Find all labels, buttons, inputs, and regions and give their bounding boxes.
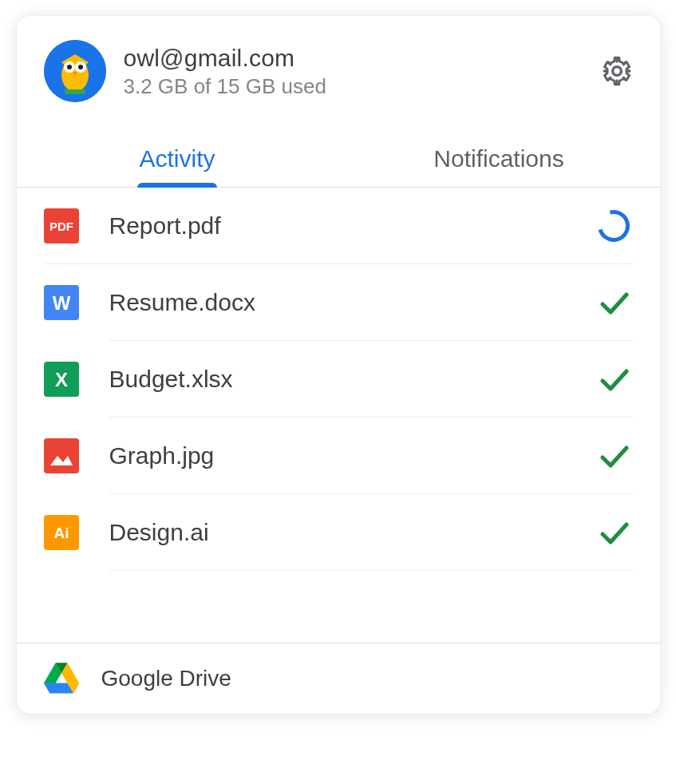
tab-activity[interactable]: Activity [17,131,338,187]
footer-label: Google Drive [101,666,231,691]
pdf-icon: PDF [44,208,79,244]
checkmark-icon [595,360,633,398]
sync-status-done [595,437,633,475]
list-item[interactable]: X Budget.xlsx [109,341,633,418]
checkmark-icon [595,283,633,322]
list-item[interactable]: Ai Design.ai [109,494,633,571]
footer[interactable]: Google Drive [17,643,660,714]
svg-point-4 [67,65,72,69]
svg-point-5 [78,65,83,69]
svg-text:W: W [52,292,70,314]
file-name: Graph.jpg [109,442,595,469]
list-item[interactable]: PDF Report.pdf [44,188,633,264]
list-item[interactable]: Graph.jpg [109,418,633,494]
activity-list: PDF Report.pdf W Resume.docx X Budget.xl… [17,188,660,643]
account-email: owl@gmail.com [124,44,601,73]
checkmark-icon [595,513,633,552]
list-item[interactable]: W Resume.docx [109,264,633,341]
svg-text:Ai: Ai [53,525,69,541]
docx-icon: W [44,285,79,320]
tab-notifications[interactable]: Notifications [338,131,660,187]
gear-icon [601,55,633,87]
checkmark-icon [595,437,633,475]
xlsx-icon: X [44,362,79,397]
account-avatar[interactable] [44,40,106,102]
file-name: Report.pdf [109,212,595,240]
svg-text:PDF: PDF [49,220,73,233]
google-drive-icon [44,663,79,695]
list-spacer [44,571,633,643]
svg-rect-14 [44,438,79,473]
sync-status-done [595,283,633,322]
storage-usage: 3.2 GB of 15 GB used [124,74,601,99]
file-name: Design.ai [109,519,595,546]
owl-avatar-icon [44,40,106,102]
sync-status-syncing [595,207,633,245]
file-name: Resume.docx [109,289,595,316]
svg-rect-6 [65,89,85,94]
drive-panel: owl@gmail.com 3.2 GB of 15 GB used Activ… [17,16,660,714]
spinner-icon [591,204,635,247]
svg-text:X: X [54,369,67,390]
image-icon [44,438,79,473]
sync-status-done [595,513,633,552]
ai-icon: Ai [44,515,79,550]
sync-status-done [595,360,633,398]
account-info: owl@gmail.com 3.2 GB of 15 GB used [124,44,601,99]
file-name: Budget.xlsx [109,366,595,393]
header: owl@gmail.com 3.2 GB of 15 GB used [17,16,660,117]
settings-button[interactable] [601,55,633,87]
tabs: Activity Notifications [17,131,660,188]
